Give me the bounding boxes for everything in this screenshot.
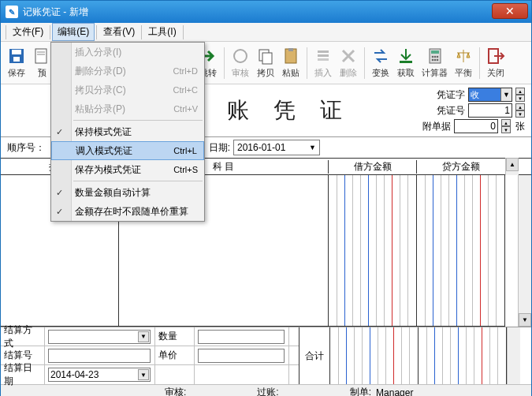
calculator-icon xyxy=(426,47,445,65)
tool-balance[interactable]: 平衡 xyxy=(454,47,473,79)
convert-icon xyxy=(371,47,390,65)
chevron-down-icon[interactable]: ▼ xyxy=(500,88,512,101)
chevron-down-icon[interactable]: ▼ xyxy=(309,144,316,151)
svg-point-21 xyxy=(433,59,436,62)
paste-icon xyxy=(281,47,300,65)
total-label: 合计 xyxy=(299,327,330,384)
date-label: 日期: xyxy=(209,141,230,155)
tool-calc[interactable]: 计算器 xyxy=(422,47,448,79)
menu-save-as-template[interactable]: 保存为模式凭证Ctrl+S xyxy=(51,160,204,179)
svg-point-18 xyxy=(433,56,436,58)
attach-spin[interactable]: ▲▼ xyxy=(501,119,511,133)
check-icon: ✓ xyxy=(56,188,63,198)
voucher-word-spin[interactable]: ▲▼ xyxy=(515,88,525,102)
svg-point-19 xyxy=(436,56,438,58)
attach-field[interactable]: 0 xyxy=(454,119,498,133)
scroll-down-icon[interactable]: ▼ xyxy=(519,313,531,327)
svg-rect-10 xyxy=(288,48,293,51)
svg-rect-16 xyxy=(431,50,439,54)
insert-icon xyxy=(314,47,333,65)
menu-copy-row[interactable]: 拷贝分录(C)Ctrl+C xyxy=(51,80,204,99)
status-maker-value: Manager xyxy=(376,387,413,397)
price-field[interactable] xyxy=(198,349,285,363)
tool-preview[interactable]: 预 xyxy=(32,47,51,79)
col-debit: 借方金额 xyxy=(329,160,417,174)
tool-convert[interactable]: 变换 xyxy=(371,47,390,79)
menu-edit[interactable]: 编辑(E) xyxy=(52,23,95,41)
settle-method-combo[interactable]: ▼ xyxy=(48,330,151,344)
menu-file[interactable]: 文件(F) xyxy=(8,24,48,40)
menubar: 文件(F) 编辑(E) 查看(V) 工具(I) xyxy=(1,23,531,42)
tool-delete[interactable]: 删除 xyxy=(339,47,358,79)
check-icon: ✓ xyxy=(56,207,63,217)
svg-rect-2 xyxy=(13,57,20,62)
settle-date-label: 结算日期 xyxy=(1,365,45,384)
menu-load-template[interactable]: 调入模式凭证Ctrl+L xyxy=(51,141,204,160)
close-window-button[interactable]: ✕ xyxy=(492,3,528,19)
statusbar: 审核: 过账: 制单: Manager xyxy=(1,384,531,396)
menu-auto-calc[interactable]: ✓数量金额自动计算 xyxy=(51,183,204,202)
menu-insert-row[interactable]: 插入分录(I) xyxy=(51,43,204,62)
menu-view[interactable]: 查看(V) xyxy=(99,24,140,40)
qty-field[interactable] xyxy=(198,330,285,344)
credit-column[interactable] xyxy=(417,175,505,327)
voucher-word-label: 凭证字 xyxy=(430,88,465,102)
tool-save[interactable]: 保存 xyxy=(7,47,26,79)
svg-point-22 xyxy=(436,59,438,62)
save-icon xyxy=(7,47,26,65)
menu-delete-row[interactable]: 删除分录(D)Ctrl+D xyxy=(51,62,204,80)
preview-icon xyxy=(32,47,51,65)
delete-icon xyxy=(339,47,358,65)
tool-get[interactable]: 获取 xyxy=(396,47,415,79)
voucher-no-spin[interactable]: ▲▼ xyxy=(515,103,525,118)
total-debit xyxy=(330,327,419,384)
tool-audit[interactable]: 审核 xyxy=(231,47,250,79)
total-credit xyxy=(419,327,507,384)
window-title: 记账凭证 - 新增 xyxy=(23,6,88,19)
exit-icon xyxy=(486,47,505,65)
debit-column[interactable] xyxy=(329,175,417,327)
balance-icon xyxy=(454,47,473,65)
svg-rect-3 xyxy=(35,49,47,63)
copy-icon xyxy=(256,47,275,65)
svg-rect-12 xyxy=(318,54,329,57)
menu-keep-price[interactable]: ✓金额存在时不跟随单价重算 xyxy=(51,202,204,221)
settle-method-label: 结算方式 xyxy=(1,327,45,346)
attach-label: 附单据 xyxy=(416,120,451,133)
status-post: 过账: xyxy=(257,386,278,396)
footer: 结算方式 ▼ 数量 结算号 单价 结算日期 2014-04-23▼ 合计 xyxy=(1,327,531,384)
settle-date-field[interactable]: 2014-04-23▼ xyxy=(48,368,151,382)
tool-insert[interactable]: 插入 xyxy=(314,47,333,79)
menu-tools[interactable]: 工具(I) xyxy=(143,24,180,40)
menu-paste-row[interactable]: 粘贴分录(P)Ctrl+V xyxy=(51,99,204,118)
chevron-down-icon[interactable]: ▼ xyxy=(138,369,149,380)
doc-title: 记 账 凭 证 xyxy=(180,95,352,125)
tool-close[interactable]: 关闭 xyxy=(486,47,505,79)
qty-label: 数量 xyxy=(155,327,195,346)
status-maker-label: 制单: xyxy=(350,386,371,396)
attach-unit: 张 xyxy=(515,120,525,133)
svg-rect-1 xyxy=(12,50,21,54)
date-field[interactable]: 2016-01-01 ▼ xyxy=(233,140,320,155)
svg-point-20 xyxy=(431,59,433,62)
tool-paste[interactable]: 粘贴 xyxy=(281,47,300,79)
col-credit: 贷方金额 xyxy=(417,160,505,174)
menu-keep-template[interactable]: ✓保持模式凭证 xyxy=(51,122,204,141)
seq-label: 顺序号： xyxy=(7,141,45,155)
svg-point-6 xyxy=(234,50,247,62)
svg-rect-14 xyxy=(400,61,412,63)
settle-no-field[interactable] xyxy=(48,349,151,363)
chevron-down-icon[interactable]: ▼ xyxy=(138,331,149,342)
voucher-no-field[interactable]: 1 xyxy=(468,103,512,118)
voucher-no-label: 凭证号 xyxy=(430,104,465,118)
check-icon: ✓ xyxy=(56,127,63,137)
svg-point-17 xyxy=(431,56,433,58)
titlebar: ✎ 记账凭证 - 新增 ✕ xyxy=(1,1,531,23)
app-icon: ✎ xyxy=(6,6,18,18)
tool-copy[interactable]: 拷贝 xyxy=(256,47,275,79)
edit-menu-dropdown: 插入分录(I) 删除分录(D)Ctrl+D 拷贝分录(C)Ctrl+C 粘贴分录… xyxy=(50,42,205,222)
status-audit: 审核: xyxy=(165,386,186,396)
scroll-up-icon[interactable]: ▲ xyxy=(506,158,519,171)
svg-rect-8 xyxy=(262,53,272,64)
voucher-word-combo[interactable]: 收 ▼ xyxy=(468,88,512,102)
